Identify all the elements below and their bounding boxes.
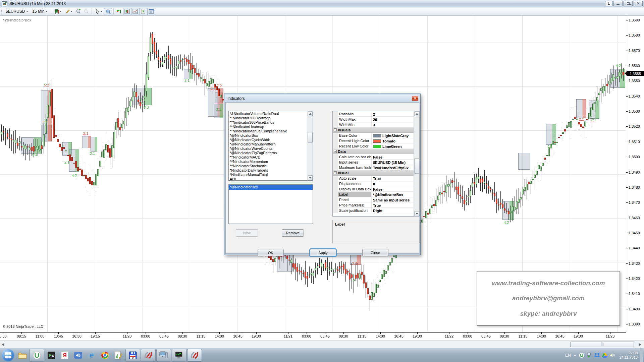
indicator-list-item[interactable]: *@NindicatorCycleWidth [229,138,307,142]
property-value[interactable]: *@NindicatorBox [372,192,419,197]
volume-tray-icon[interactable] [610,353,615,358]
remove-button[interactable]: Remove [282,229,304,237]
property-row[interactable]: Scale justificationRight [333,208,419,213]
property-row[interactable]: Input series$EURUSD (15 Min) [333,160,419,165]
indicator-list-item[interactable]: *@NindicatorZigZagPatterns [229,151,307,155]
property-section-header[interactable]: −Visual [333,170,419,176]
time-axis[interactable]: 5:3008:1511:0013:4516:3019:1511/2003:000… [0,332,626,340]
zoom-out-button[interactable] [82,8,90,15]
scroll-up-icon[interactable] [414,111,419,116]
property-section-header[interactable]: −Visuals [333,127,419,133]
apply-button[interactable]: Apply [310,249,336,256]
property-row[interactable]: Maximum bars look baTwoHundredFiftySix [333,165,419,170]
close-button[interactable]: ✕ [634,1,643,6]
internet-explorer-icon[interactable]: e [85,349,98,362]
forex-app-icon[interactable]: Fx [45,349,58,362]
selected-indicators-list[interactable]: *@NindicatorBox [228,184,313,224]
property-row[interactable]: Label*@NindicatorBox [333,192,419,197]
dialog-titlebar[interactable]: Indicators ✕ [225,95,419,102]
property-value[interactable]: TwoHundredFiftySix [372,165,419,170]
chrome-icon[interactable] [99,349,111,362]
property-value[interactable]: True [372,202,419,207]
language-indicator[interactable]: EN [565,353,571,358]
property-row[interactable]: Displacement0 [333,181,419,186]
chart-panel-button[interactable] [123,8,131,15]
property-value[interactable]: False [372,186,419,191]
indicator-list-item[interactable]: *^NindicatorStochastic [229,164,307,168]
property-row[interactable]: PanelSame as input series [333,197,419,202]
floppy-backup-icon[interactable]: -64- [125,349,140,362]
remote-desktop-icon[interactable] [156,349,171,362]
utorrent-icon[interactable] [30,349,44,362]
list-scrollbar[interactable] [307,111,313,180]
toolbar-grip[interactable] [1,9,2,14]
grid-scrollbar[interactable] [414,111,419,216]
property-row[interactable]: Calculate on bar closeFalse [333,154,419,160]
price-axis[interactable]: 1,35901,35801,35701,35601,35501,35401,35… [626,16,644,332]
property-section-header[interactable]: −Data [333,149,419,154]
zoom-in-button[interactable] [74,8,82,15]
indicator-list-item[interactable]: **NindicatorManualComprehensive [229,129,307,133]
property-value[interactable]: True [372,176,419,181]
property-value[interactable]: 0 [372,181,419,186]
indicator-list-item[interactable]: **NindicatorHeatmap [229,125,307,129]
property-value[interactable]: LightSlateGray [372,133,419,138]
data-box-button[interactable] [104,8,112,15]
property-value[interactable]: LimeGreen [372,143,419,148]
link-button[interactable]: L [605,1,612,6]
gdrive-tray-icon[interactable] [602,353,607,358]
ninjatrader-icon[interactable] [141,349,156,362]
chart-style-button[interactable] [53,8,63,15]
notes-chart-icon[interactable] [112,349,125,362]
ninjatrader-icon[interactable] [187,349,202,362]
new-button[interactable]: New [236,229,258,237]
line-chart-button[interactable] [131,8,139,15]
draw-tool-button[interactable] [63,8,74,15]
indicator-list-item[interactable]: ADL [229,177,307,180]
scroll-right-icon[interactable] [637,342,642,347]
property-row[interactable]: Base ColorLightSlateGray [333,133,419,138]
property-row[interactable]: Price marker(s)True [333,202,419,208]
indicator-list-item[interactable]: *&NindicatorVolumeRatioDual [229,112,307,116]
tray-expand-icon[interactable] [573,354,577,356]
indicator-list-item[interactable]: *@NindicatorWaveCounts [229,146,307,151]
property-row[interactable]: WidthMax20 [333,117,419,122]
available-indicators-list[interactable]: *&NindicatorVolumeRatioDual**Nindicator3… [228,111,313,181]
indicator-list-item[interactable]: **Nindicator366PriceBands [229,120,307,125]
property-value[interactable]: Same as input series [372,197,419,202]
properties-grid[interactable]: RatioMin2WidthMax20WidthMin3−VisualsBase… [332,111,420,217]
property-value[interactable]: False [372,154,419,159]
property-row[interactable]: WidthMin3 [333,122,419,127]
collapse-icon[interactable]: − [334,128,337,131]
scroll-down-icon[interactable] [414,211,419,216]
property-value[interactable]: 2 [372,111,419,116]
market-depth-button[interactable] [115,8,123,15]
property-row[interactable]: Recent High ColorTomato [333,138,419,143]
taskbar-clock[interactable]: 22:08 24.11.2013 [620,351,638,360]
dialog-close-icon[interactable]: ✕ [412,96,418,101]
network-tray-icon[interactable] [587,353,592,358]
property-row[interactable]: Recent Low ColorLimeGreen [333,143,419,149]
indicator-list-item[interactable]: *@NindicatorManualPattern [229,142,307,146]
indicator-list-item[interactable]: **Nindicator366Heatmap [229,116,307,120]
restore-button[interactable] [624,1,633,6]
start-button[interactable] [2,349,14,362]
account-report-button[interactable]: $ [139,8,147,15]
indicator-list-item[interactable]: *NindicatorManualTotal [229,173,307,177]
scrollbar-thumb[interactable] [570,342,634,347]
indicator-list-item[interactable]: *^NindicatorMACD [229,155,307,160]
collapse-icon[interactable]: − [334,150,337,153]
indicator-list-item[interactable]: *^NindicatorMomentum [229,160,307,164]
dropbox-tray-icon[interactable] [594,353,600,358]
property-value[interactable]: Right [372,208,419,213]
selected-indicator-item[interactable]: *@NindicatorBox [229,185,313,190]
system-monitor-icon[interactable] [172,349,186,362]
property-value[interactable]: $EURUSD (15 Min) [372,160,419,165]
show-desktop-button[interactable] [640,348,643,362]
scrollbar-thumb[interactable] [308,132,313,143]
property-row[interactable]: Display in Data BoxFalse [333,186,419,192]
window-panel-button[interactable] [147,8,155,15]
minimize-button[interactable] [613,1,623,6]
scroll-up-icon[interactable] [308,111,313,116]
volume-app-icon[interactable] [72,349,85,362]
